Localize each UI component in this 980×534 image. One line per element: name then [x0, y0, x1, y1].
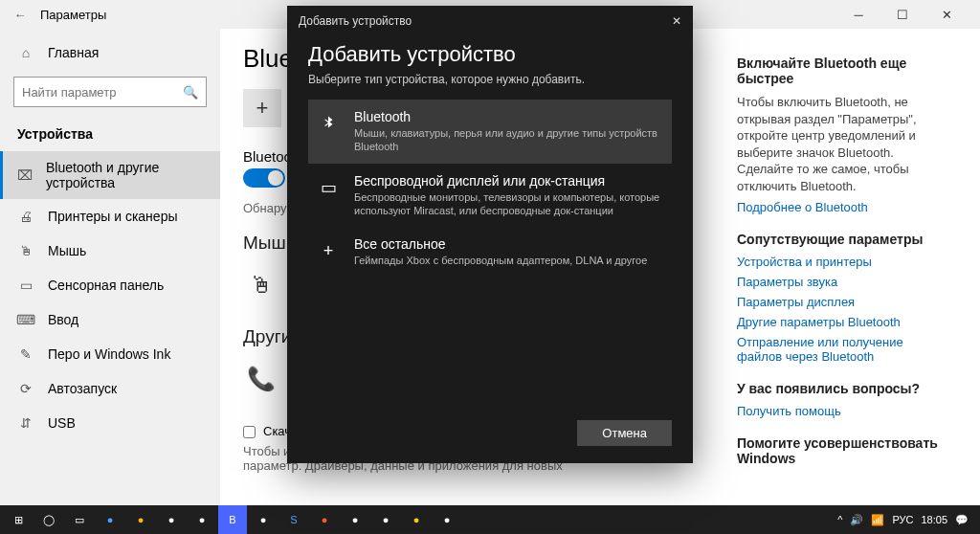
plus-icon: + — [316, 238, 341, 263]
tray-time[interactable]: 18:05 — [921, 514, 947, 525]
autoplay-icon: ⟳ — [17, 380, 34, 397]
sidebar-item-label: USB — [48, 415, 76, 431]
link-more-bluetooth[interactable]: Другие параметры Bluetooth — [737, 315, 947, 329]
taskbar-app[interactable]: ● — [433, 505, 461, 534]
sidebar-item-typing[interactable]: ⌨ Ввод — [0, 302, 220, 337]
modal-option-desc: Мыши, клавиатуры, перья или аудио и друг… — [354, 126, 664, 154]
taskbar-app[interactable]: ● — [126, 505, 155, 534]
sidebar-item-label: Автозапуск — [48, 381, 117, 396]
modal-subtitle: Выберите тип устройства, которое нужно д… — [308, 73, 672, 86]
tray-chevron-icon[interactable]: ^ — [837, 514, 842, 525]
add-device-modal: Добавить устройство ✕ Добавить устройств… — [287, 6, 693, 463]
tray-lang[interactable]: РУС — [892, 514, 913, 525]
metered-checkbox[interactable] — [243, 426, 256, 438]
modal-option-bluetooth[interactable]: Bluetooth Мыши, клавиатуры, перья или ау… — [308, 100, 672, 164]
tray-notifications-icon[interactable]: 💬 — [955, 514, 969, 526]
sidebar-item-mouse[interactable]: 🖱 Мышь — [0, 234, 220, 268]
sidebar-item-label: Мышь — [48, 243, 86, 258]
tray-volume-icon[interactable]: 🔊 — [850, 514, 863, 526]
touchpad-icon: ▭ — [17, 277, 34, 294]
keyboard-icon: ⌨ — [17, 311, 34, 328]
search-input-wrap[interactable]: 🔍 — [13, 77, 207, 107]
modal-option-everything-else[interactable]: + Все остальное Геймпады Xbox с беспрово… — [308, 227, 672, 277]
mouse-device-icon: 🖱 — [243, 267, 279, 303]
app-name: Параметры — [40, 8, 106, 22]
link-get-help[interactable]: Получить помощь — [737, 404, 947, 418]
close-icon[interactable]: ✕ — [924, 0, 969, 29]
taskbar-app[interactable]: ● — [310, 505, 339, 534]
search-input[interactable] — [22, 85, 183, 100]
taskbar-app[interactable]: ● — [341, 505, 369, 534]
taskbar-app[interactable]: ● — [157, 505, 186, 534]
right-head-2: Сопутствующие параметры — [737, 232, 947, 247]
back-icon[interactable]: ← — [11, 6, 29, 23]
sidebar-item-bluetooth[interactable]: ⌧ Bluetooth и другие устройства — [0, 151, 220, 199]
taskbar-app[interactable]: ● — [96, 505, 124, 534]
modal-option-wireless-display[interactable]: ▭ Беспроводной дисплей или док-станция Б… — [308, 164, 672, 228]
taskbar-app[interactable]: B — [218, 505, 247, 534]
sidebar-item-pen[interactable]: ✎ Перо и Windows Ink — [0, 337, 220, 371]
cortana-icon[interactable]: ◯ — [34, 505, 63, 534]
search-icon: 🔍 — [183, 85, 198, 100]
cancel-button[interactable]: Отмена — [577, 420, 672, 446]
modal-option-desc: Геймпады Xbox с беспроводным адаптером, … — [354, 254, 647, 267]
taskbar-app[interactable]: ● — [402, 505, 431, 534]
link-sound-settings[interactable]: Параметры звука — [737, 275, 947, 289]
sidebar-item-usb[interactable]: ⇵ USB — [0, 406, 220, 440]
printer-icon: 🖨 — [17, 208, 34, 225]
sidebar-item-label: Сенсорная панель — [48, 278, 164, 293]
taskbar-app[interactable]: S — [279, 505, 308, 534]
link-devices-printers[interactable]: Устройства и принтеры — [737, 255, 947, 269]
add-device-button[interactable]: + — [243, 89, 281, 127]
settings-sidebar: ⌂ Главная 🔍 Устройства ⌧ Bluetooth и дру… — [0, 29, 220, 534]
taskbar-app[interactable]: ● — [249, 505, 278, 534]
sidebar-item-printers[interactable]: 🖨 Принтеры и сканеры — [0, 199, 220, 234]
taskbar: ⊞ ◯ ▭ ● ● ● ● B ● S ● ● ● ● ● ^ 🔊 📶 РУС … — [0, 505, 980, 534]
sidebar-item-touchpad[interactable]: ▭ Сенсорная панель — [0, 268, 220, 302]
link-display-settings[interactable]: Параметры дисплея — [737, 295, 947, 309]
taskbar-app[interactable]: ● — [371, 505, 400, 534]
minimize-icon[interactable]: ─ — [836, 0, 880, 29]
sidebar-item-label: Перо и Windows Ink — [48, 346, 170, 362]
modal-option-title: Беспроводной дисплей или док-станция — [354, 173, 664, 189]
modal-title-small: Добавить устройство — [299, 14, 412, 28]
pen-icon: ✎ — [17, 345, 34, 363]
home-icon: ⌂ — [17, 44, 34, 61]
mouse-icon: 🖱 — [17, 242, 34, 259]
right-head-1: Включайте Bluetooth еще быстрее — [737, 56, 947, 86]
home-label: Главная — [48, 45, 99, 60]
sidebar-item-label: Ввод — [48, 312, 78, 327]
maximize-icon[interactable]: ☐ — [880, 0, 924, 29]
home-nav[interactable]: ⌂ Главная — [0, 36, 220, 69]
phone-device-icon: 📞 — [243, 361, 279, 397]
tray-wifi-icon[interactable]: 📶 — [871, 514, 884, 526]
sidebar-section-head: Устройства — [0, 121, 220, 151]
modal-option-title: Bluetooth — [354, 109, 664, 124]
usb-icon: ⇵ — [17, 414, 34, 432]
modal-title: Добавить устройство — [308, 42, 672, 67]
modal-option-desc: Беспроводные мониторы, телевизоры и комп… — [354, 190, 664, 218]
bluetooth-icon — [316, 111, 341, 136]
display-icon: ▭ — [316, 175, 341, 200]
right-para-1: Чтобы включить Bluetooth, не открывая ра… — [737, 94, 947, 194]
taskbar-app[interactable]: ● — [188, 505, 216, 534]
start-icon[interactable]: ⊞ — [4, 505, 33, 534]
sidebar-item-label: Принтеры и сканеры — [48, 209, 177, 224]
right-head-4: Помогите усовершенствовать Windows — [737, 435, 947, 466]
right-head-3: У вас появились вопросы? — [737, 381, 947, 396]
bluetooth-toggle[interactable] — [243, 168, 285, 188]
devices-icon: ⌧ — [17, 167, 33, 184]
link-send-receive-bt[interactable]: Отправление или получение файлов через B… — [737, 335, 947, 364]
taskview-icon[interactable]: ▭ — [65, 505, 94, 534]
modal-close-icon[interactable]: ✕ — [672, 14, 681, 28]
link-learn-bluetooth[interactable]: Подробнее о Bluetooth — [737, 200, 947, 214]
sidebar-item-autoplay[interactable]: ⟳ Автозапуск — [0, 371, 220, 406]
sidebar-item-label: Bluetooth и другие устройства — [46, 160, 203, 190]
modal-option-title: Все остальное — [354, 236, 647, 252]
